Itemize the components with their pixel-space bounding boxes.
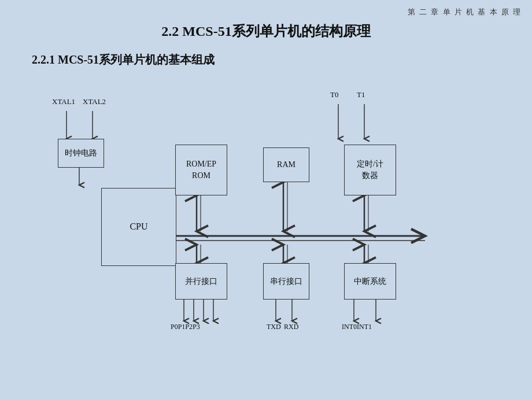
interrupt-box: 中断系统 (344, 263, 396, 300)
t1-label: T1 (357, 90, 365, 99)
txd-label: TXD (267, 323, 281, 331)
serial-box: 串行接口 (263, 263, 309, 300)
timer-box: 定时/计 数器 (344, 145, 396, 195)
ram-box: RAM (263, 147, 309, 182)
diagram: XTAL1 XTAL2 T0 T1 时钟电路 CPU ROM/EP ROM RA… (32, 81, 494, 387)
int0int1-label: INT0INT1 (342, 323, 372, 331)
page: 第 二 章 单 片 机 基 本 原 理 2.2 MCS-51系列单片机的结构原理… (0, 0, 532, 399)
clock-box: 时钟电路 (58, 139, 104, 168)
main-title: 2.2 MCS-51系列单片机的结构原理 (0, 22, 532, 40)
parallel-box: 并行接口 (175, 263, 227, 300)
t0-label: T0 (330, 90, 338, 99)
xtal2-label: XTAL2 (83, 97, 106, 106)
rxd-label: RXD (284, 323, 298, 331)
sub-title: 2.2.1 MCS-51系列单片机的基本组成 (32, 52, 215, 68)
xtal1-label: XTAL1 (52, 97, 75, 106)
rom-box: ROM/EP ROM (175, 145, 227, 195)
cpu-box: CPU (101, 188, 176, 266)
p0p1p2p3-label: P0P1P2P3 (171, 323, 200, 331)
chapter-label: 第 二 章 单 片 机 基 本 原 理 (408, 7, 522, 17)
